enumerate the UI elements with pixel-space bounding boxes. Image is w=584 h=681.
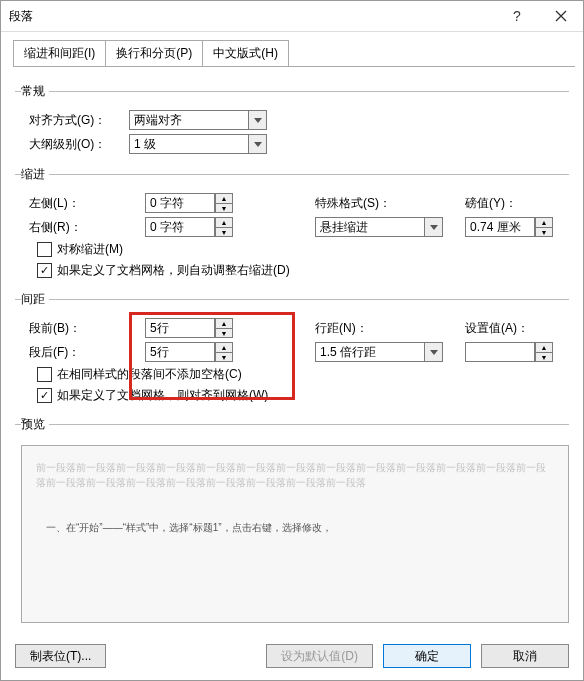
tab-line-page-breaks[interactable]: 换行和分页(P) bbox=[105, 40, 203, 66]
group-indent: 缩进 左侧(L)： ▲▼ 特殊格式(S)： 磅值(Y)： 右侧(R)： bbox=[15, 166, 569, 283]
left-indent-input[interactable] bbox=[145, 193, 215, 213]
tabs-button[interactable]: 制表位(T)... bbox=[15, 644, 106, 668]
dialog-footer: 制表位(T)... 设为默认值(D) 确定 取消 bbox=[1, 632, 583, 680]
by-value-spinner[interactable]: ▲▼ bbox=[535, 217, 553, 237]
tab-indent-spacing[interactable]: 缩进和间距(I) bbox=[13, 40, 106, 66]
tab-strip: 缩进和间距(I) 换行和分页(P) 中文版式(H) bbox=[13, 40, 575, 67]
label-outline-level: 大纲级别(O)： bbox=[15, 136, 129, 153]
special-dropdown-icon[interactable] bbox=[425, 217, 443, 237]
no-space-same-style-checkbox[interactable] bbox=[37, 367, 52, 382]
left-indent-spinner[interactable]: ▲▼ bbox=[215, 193, 233, 213]
label-space-before: 段前(B)： bbox=[15, 320, 145, 337]
at-value-input[interactable] bbox=[465, 342, 535, 362]
svg-text:?: ? bbox=[513, 9, 521, 23]
legend-indent: 缩进 bbox=[21, 166, 49, 183]
outline-dropdown-icon[interactable] bbox=[249, 134, 267, 154]
line-spacing-dropdown-icon[interactable] bbox=[425, 342, 443, 362]
label-no-space-same-style: 在相同样式的段落间不添加空格(C) bbox=[57, 366, 242, 383]
label-mirror-indent: 对称缩进(M) bbox=[57, 241, 123, 258]
label-at: 设置值(A)： bbox=[465, 320, 569, 337]
group-preview: 预览 前一段落前一段落前一段落前一段落前一段落前一段落前一段落前一段落前一段落前… bbox=[15, 416, 569, 623]
legend-spacing: 间距 bbox=[21, 291, 49, 308]
label-line-spacing: 行距(N)： bbox=[315, 320, 465, 337]
label-snap-to-grid: 如果定义了文档网格，则对齐到网格(W) bbox=[57, 387, 268, 404]
legend-general: 常规 bbox=[21, 83, 49, 100]
space-after-spinner[interactable]: ▲▼ bbox=[215, 342, 233, 362]
title-bar: 段落 ? bbox=[1, 1, 583, 32]
at-value-spinner[interactable]: ▲▼ bbox=[535, 342, 553, 362]
right-indent-input[interactable] bbox=[145, 217, 215, 237]
label-space-after: 段后(F)： bbox=[15, 344, 145, 361]
by-value-input[interactable] bbox=[465, 217, 535, 237]
dialog-body: 常规 对齐方式(G)： 大纲级别(O)： 缩进 左侧(L)： bbox=[1, 67, 583, 632]
group-spacing: 间距 段前(B)： ▲▼ 行距(N)： 设置值(A)： 段后(F)： bbox=[15, 291, 569, 408]
preview-sample-text: 一、在“开始”——“样式”中，选择“标题1”，点击右键，选择修改， bbox=[36, 520, 554, 535]
snap-to-grid-checkbox[interactable]: ✓ bbox=[37, 388, 52, 403]
group-general: 常规 对齐方式(G)： 大纲级别(O)： bbox=[15, 83, 569, 158]
space-before-input[interactable] bbox=[145, 318, 215, 338]
help-button[interactable]: ? bbox=[493, 1, 538, 31]
label-alignment: 对齐方式(G)： bbox=[15, 112, 129, 129]
label-by: 磅值(Y)： bbox=[465, 195, 569, 212]
outline-level-combo[interactable] bbox=[129, 134, 249, 154]
label-special: 特殊格式(S)： bbox=[315, 195, 465, 212]
ok-button[interactable]: 确定 bbox=[383, 644, 471, 668]
space-after-input[interactable] bbox=[145, 342, 215, 362]
label-left-indent: 左侧(L)： bbox=[15, 195, 145, 212]
preview-grey-text: 前一段落前一段落前一段落前一段落前一段落前一段落前一段落前一段落前一段落前一段落… bbox=[36, 460, 554, 490]
mirror-indent-checkbox[interactable] bbox=[37, 242, 52, 257]
auto-adjust-indent-checkbox[interactable]: ✓ bbox=[37, 263, 52, 278]
alignment-combo[interactable] bbox=[129, 110, 249, 130]
window-title: 段落 bbox=[1, 8, 493, 25]
close-button[interactable] bbox=[538, 1, 583, 31]
preview-box: 前一段落前一段落前一段落前一段落前一段落前一段落前一段落前一段落前一段落前一段落… bbox=[21, 445, 569, 623]
legend-preview: 预览 bbox=[21, 416, 49, 433]
set-default-button[interactable]: 设为默认值(D) bbox=[266, 644, 373, 668]
space-before-spinner[interactable]: ▲▼ bbox=[215, 318, 233, 338]
cancel-button[interactable]: 取消 bbox=[481, 644, 569, 668]
label-right-indent: 右侧(R)： bbox=[15, 219, 145, 236]
special-indent-combo[interactable] bbox=[315, 217, 425, 237]
tab-asian-typography[interactable]: 中文版式(H) bbox=[202, 40, 289, 66]
line-spacing-combo[interactable] bbox=[315, 342, 425, 362]
alignment-dropdown-icon[interactable] bbox=[249, 110, 267, 130]
right-indent-spinner[interactable]: ▲▼ bbox=[215, 217, 233, 237]
label-auto-adjust-indent: 如果定义了文档网格，则自动调整右缩进(D) bbox=[57, 262, 290, 279]
